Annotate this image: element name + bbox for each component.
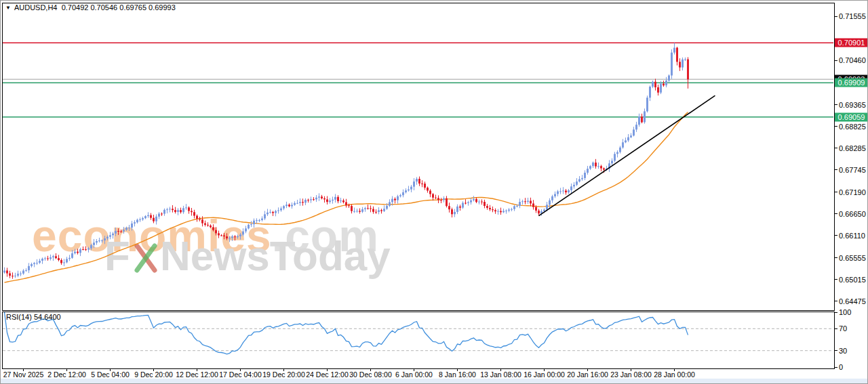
chart-canvas[interactable]: [1, 1, 868, 384]
price-marker-label: 0.69059: [835, 112, 868, 121]
price-tick-label: 0.67190: [839, 188, 866, 196]
price-marker-label: 0.69909: [835, 79, 868, 87]
time-tick-label: 24 Dec 12:00: [306, 370, 348, 379]
trendline[interactable]: [539, 95, 715, 216]
rsi-indicator-label: RSI(14) 54.6400: [6, 313, 61, 321]
time-tick-label: 6 Jan 00:00: [395, 370, 433, 379]
price-tick-label: 0.67745: [839, 166, 866, 174]
time-tick-label: 2 Dec 12:00: [47, 370, 86, 379]
time-tick-label: 5 Dec 04:00: [91, 370, 130, 379]
symbol-period-label: AUDUSD,H4: [14, 3, 58, 12]
price-marker-label: 0.70901: [835, 39, 868, 47]
price-tick-label: 0.69365: [839, 101, 866, 109]
symbol-dropdown-icon[interactable]: ▼: [5, 5, 11, 11]
price-tick-label: 0.65555: [839, 254, 866, 262]
price-tick-label: 0.70460: [839, 56, 866, 64]
price-tick-label: 0.66110: [839, 232, 865, 240]
time-tick-label: 12 Dec 12:00: [176, 370, 218, 379]
price-tick-label: 0.68285: [839, 144, 866, 152]
time-tick-label: 23 Jan 08:00: [610, 370, 652, 379]
moving-average-line[interactable]: [5, 112, 688, 282]
rsi-scale-label: 30: [839, 347, 847, 355]
rsi-line[interactable]: [5, 312, 688, 354]
time-tick-label: 9 Dec 20:00: [134, 370, 173, 379]
symbol-legend: ▼AUDUSD,H4 0.70492 0.70546 0.69765 0.699…: [5, 3, 176, 12]
rsi-scale-label: 100: [839, 308, 851, 316]
candles-layer: [3, 43, 689, 278]
price-tick-label: 0.64475: [839, 297, 866, 305]
ohlc-readout: 0.70492 0.70546 0.69765 0.69993: [62, 3, 176, 12]
window-bottom-strip: [1, 379, 868, 384]
rsi-scale-label: 0: [839, 363, 843, 371]
rsi-scale-label: 70: [839, 324, 847, 333]
time-tick-label: 17 Dec 04:00: [219, 370, 261, 379]
time-tick-label: 16 Jan 00:00: [524, 370, 565, 379]
time-tick-label: 8 Jan 16:00: [439, 370, 476, 379]
time-tick-label: 19 Dec 20:00: [262, 370, 304, 379]
time-tick-label: 27 Nov 2025: [3, 370, 44, 379]
time-tick-label: 13 Jan 08:00: [480, 370, 521, 379]
chart-window: ▼AUDUSD,H4 0.70492 0.70546 0.69765 0.699…: [0, 0, 868, 384]
time-tick-label: 30 Dec 08:00: [349, 370, 391, 379]
price-tick-label: 0.68825: [839, 123, 866, 131]
price-tick-label: 0.65015: [839, 276, 866, 284]
price-tick-label: 0.71555: [839, 12, 866, 20]
time-tick-label: 20 Jan 16:00: [567, 370, 608, 379]
time-tick-label: 28 Jan 00:00: [654, 370, 695, 379]
price-tick-label: 0.66650: [839, 210, 866, 218]
